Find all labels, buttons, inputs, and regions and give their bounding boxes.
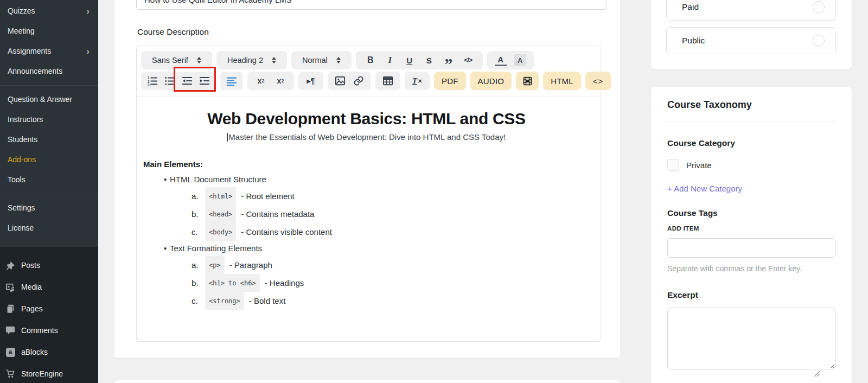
code-chip: <h1> to <h6> [205, 274, 260, 292]
editor-content[interactable]: Web Development Basics: HTML and CSS Mas… [137, 97, 601, 310]
svg-text:3: 3 [148, 83, 150, 86]
audio-button[interactable]: AUDIO [470, 72, 512, 90]
ablocks-icon: a [5, 347, 16, 358]
strikethrough-button[interactable]: S [423, 54, 435, 66]
content-heading: Web Development Basics: HTML and CSS [143, 109, 590, 129]
pushpin-icon [5, 260, 16, 271]
sidebar-item-addons[interactable]: Add-ons [0, 150, 98, 170]
html-button[interactable]: HTML [543, 72, 581, 90]
pricing-card: Paid Public [651, 0, 852, 69]
sidebar-item-media[interactable]: Media [0, 276, 98, 298]
sidebar-item-license[interactable]: License [0, 218, 98, 238]
image-button[interactable] [334, 75, 346, 87]
ordered-list-button[interactable]: 123 [146, 75, 158, 87]
lettered-item: c. <strong> - Bold text [143, 292, 590, 310]
course-title-input[interactable] [136, 0, 607, 10]
quill-editor: Sans Serif Heading 2 Normal B I U S ” [136, 46, 601, 342]
chevron-right-icon: › [86, 48, 90, 55]
outdent-button[interactable] [181, 75, 193, 87]
color-group: A A [487, 51, 534, 69]
taxonomy-title: Course Taxonomy [667, 87, 835, 111]
pages-icon [5, 303, 16, 314]
updown-arrows-icon [272, 57, 276, 63]
text-direction-button[interactable]: ▸¶ [305, 75, 317, 87]
font-picker[interactable]: Sans Serif [141, 51, 212, 69]
lettered-item: a. <p> - Paragraph [143, 256, 590, 274]
link-button[interactable] [353, 75, 365, 87]
lettered-item: c. <body> - Contains visible content [143, 223, 590, 241]
sidebar-item-ablocks[interactable]: a aBlocks [0, 341, 98, 363]
course-category-label: Course Category [667, 138, 835, 148]
code-chip: <body> [205, 223, 236, 241]
media-group [328, 72, 371, 90]
comment-icon [5, 325, 16, 336]
public-radio[interactable] [813, 35, 825, 47]
code-button[interactable]: </> [462, 54, 474, 66]
course-editor-card: Course Description Sans Serif Heading 2 … [114, 0, 620, 358]
cart-icon [5, 368, 16, 379]
sidebar-item-assignments[interactable]: Assignments › [0, 41, 98, 61]
clear-formatting-button[interactable]: T✕ [411, 75, 423, 87]
sidebar-item-meeting[interactable]: Meeting [0, 21, 98, 41]
underline-button[interactable]: U [404, 54, 416, 66]
excerpt-textarea[interactable] [667, 308, 835, 369]
pdf-button[interactable]: PDF [434, 72, 466, 90]
script-group: x2 x2 [247, 72, 294, 90]
sidebar-item-settings[interactable]: Settings [0, 198, 98, 218]
sidebar-item-instructors[interactable]: Instructors [0, 110, 98, 130]
editor-toolbar: Sans Serif Heading 2 Normal B I U S ” [137, 46, 601, 97]
lettered-item: b. <head> - Contains metadata [143, 205, 590, 223]
subscript-button[interactable]: x2 [255, 75, 267, 87]
sidebar-item-question-answer[interactable]: Question & Answer [0, 90, 98, 110]
list-indent-group: 123 [141, 72, 216, 90]
direction-group: ▸¶ [298, 72, 323, 90]
bold-button[interactable]: B [365, 54, 376, 66]
tags-input[interactable] [667, 238, 835, 258]
sidebar-item-comments[interactable]: Comments [0, 320, 98, 341]
size-picker[interactable]: Normal [291, 51, 352, 69]
public-option-row[interactable]: Public [666, 27, 836, 54]
indent-button[interactable] [199, 75, 210, 87]
paid-option-row[interactable]: Paid [666, 0, 836, 21]
sidebar-item-quizzes[interactable]: Quizzes › [0, 1, 98, 21]
superscript-button[interactable]: x2 [275, 75, 286, 87]
italic-button[interactable]: I [384, 54, 396, 66]
private-category-option[interactable]: Private [667, 159, 835, 171]
plugin-submenu: Quizzes › Meeting Assignments › Announce… [0, 0, 98, 247]
film-icon [521, 75, 533, 87]
admin-sidebar: Quizzes › Meeting Assignments › Announce… [0, 0, 98, 383]
updown-arrows-icon [197, 57, 201, 63]
bullet-item: HTML Document Structure [143, 172, 590, 187]
course-description-label: Course Description [137, 27, 209, 37]
bullet-list-button[interactable] [164, 75, 176, 87]
paid-radio[interactable] [813, 1, 825, 13]
sidebar-item-storeengine[interactable]: StoreEngine [0, 363, 98, 383]
sidebar-item-pages[interactable]: Pages [0, 298, 98, 320]
updown-arrows-icon [336, 57, 341, 63]
sidebar-item-students[interactable]: Students [0, 130, 98, 150]
sidebar-item-tools[interactable]: Tools [0, 170, 98, 190]
video-button[interactable] [516, 72, 539, 90]
private-checkbox[interactable] [667, 159, 679, 171]
align-button[interactable] [226, 75, 238, 87]
highlight-color-button[interactable]: A [514, 54, 526, 66]
content-section-label: Main Elements: [143, 157, 590, 172]
heading-picker[interactable]: Heading 2 [216, 51, 287, 69]
sidebar-item-announcements[interactable]: Announcements [0, 61, 98, 81]
next-section-card-edge [114, 380, 620, 383]
text-color-button[interactable]: A [495, 54, 507, 66]
code-chip: <strong> [205, 292, 244, 310]
sidebar-divider [0, 85, 98, 86]
content-subtitle: Master the Essentials of Web Development… [143, 132, 590, 142]
bullet-item: Text Formatting Elements [143, 241, 590, 256]
toolbar-row-2: 123 [141, 72, 596, 90]
blockquote-button[interactable]: ” [443, 54, 455, 66]
table-group [375, 72, 400, 90]
align-group [220, 72, 243, 90]
wp-admin-menu: Posts Media Pages Comments a aBlocks [0, 247, 98, 383]
sidebar-item-posts[interactable]: Posts [0, 254, 98, 276]
shortcode-button[interactable]: <> [585, 72, 611, 90]
table-button[interactable] [382, 75, 394, 87]
add-new-category-link[interactable]: + Add New Category [667, 184, 835, 193]
tags-help-text: Separate with commas or the Enter key. [667, 264, 835, 273]
